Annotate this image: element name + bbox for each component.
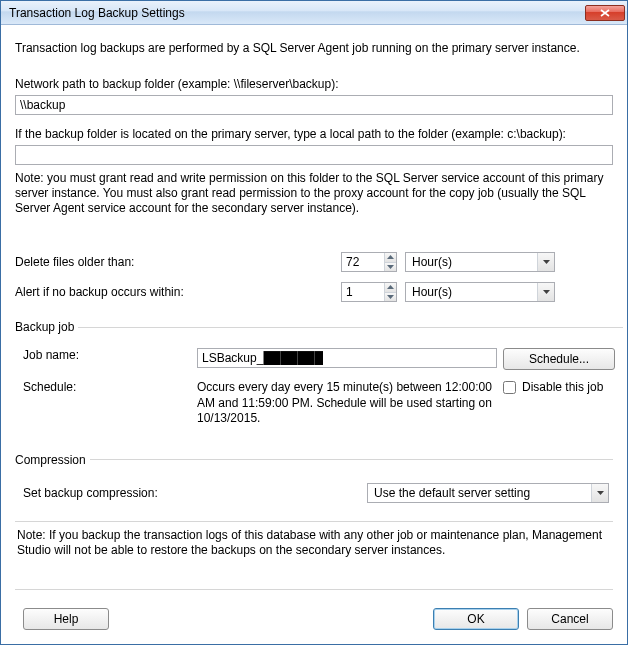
- alert-no-backup-value[interactable]: [342, 283, 384, 301]
- title-bar: Transaction Log Backup Settings: [1, 1, 627, 25]
- intro-text: Transaction log backups are performed by…: [15, 41, 613, 55]
- footnote-text: Note: If you backup the transaction logs…: [17, 528, 611, 559]
- disable-job-checkbox[interactable]: Disable this job: [503, 380, 623, 394]
- delete-older-row: Delete files older than: Hour(s): [15, 252, 613, 272]
- alert-no-backup-unit-combo[interactable]: Hour(s): [405, 282, 555, 302]
- close-icon: [600, 9, 610, 17]
- compression-combo[interactable]: Use the default server setting: [367, 483, 609, 503]
- close-button[interactable]: [585, 5, 625, 21]
- local-path-label: If the backup folder is located on the p…: [15, 127, 613, 141]
- delete-older-unit-combo[interactable]: Hour(s): [405, 252, 555, 272]
- spinner-down-icon[interactable]: [385, 293, 396, 302]
- delete-older-value[interactable]: [342, 253, 384, 271]
- chevron-down-icon[interactable]: [591, 484, 608, 502]
- backup-job-group: Backup job Job name: Schedule... Schedul…: [15, 320, 623, 435]
- window-title: Transaction Log Backup Settings: [9, 6, 585, 20]
- help-button[interactable]: Help: [23, 608, 109, 630]
- network-path-input[interactable]: [15, 95, 613, 115]
- ok-button[interactable]: OK: [433, 608, 519, 630]
- local-path-input[interactable]: [15, 145, 613, 165]
- divider: [15, 521, 613, 522]
- compression-label: Set backup compression:: [23, 486, 367, 500]
- dialog-window: Transaction Log Backup Settings Transact…: [0, 0, 628, 645]
- compression-value: Use the default server setting: [368, 486, 591, 500]
- alert-no-backup-row: Alert if no backup occurs within: Hour(s…: [15, 282, 613, 302]
- dialog-footer: Help OK Cancel: [1, 600, 627, 644]
- backup-job-legend: Backup job: [15, 320, 78, 334]
- schedule-text: Occurs every day every 15 minute(s) betw…: [197, 380, 497, 427]
- schedule-button[interactable]: Schedule...: [503, 348, 615, 370]
- job-name-label: Job name:: [23, 348, 191, 362]
- spinner-down-icon[interactable]: [385, 263, 396, 272]
- delete-older-label: Delete files older than:: [15, 255, 341, 269]
- job-name-input[interactable]: [197, 348, 497, 368]
- divider: [15, 589, 613, 590]
- spinner-up-icon[interactable]: [385, 253, 396, 263]
- alert-no-backup-spinner[interactable]: [341, 282, 397, 302]
- compression-legend: Compression: [15, 453, 90, 467]
- disable-job-input[interactable]: [503, 381, 516, 394]
- chevron-down-icon[interactable]: [537, 283, 554, 301]
- dialog-content: Transaction log backups are performed by…: [1, 25, 627, 600]
- spinner-up-icon[interactable]: [385, 283, 396, 293]
- chevron-down-icon[interactable]: [537, 253, 554, 271]
- cancel-button[interactable]: Cancel: [527, 608, 613, 630]
- delete-older-spinner[interactable]: [341, 252, 397, 272]
- delete-older-unit-text: Hour(s): [406, 255, 537, 269]
- network-path-label: Network path to backup folder (example: …: [15, 77, 613, 91]
- alert-no-backup-unit-text: Hour(s): [406, 285, 537, 299]
- alert-no-backup-label: Alert if no backup occurs within:: [15, 285, 341, 299]
- schedule-label: Schedule:: [23, 380, 191, 394]
- permission-note: Note: you must grant read and write perm…: [15, 171, 613, 216]
- compression-group: Compression Set backup compression: Use …: [15, 453, 613, 505]
- disable-job-label: Disable this job: [522, 380, 603, 394]
